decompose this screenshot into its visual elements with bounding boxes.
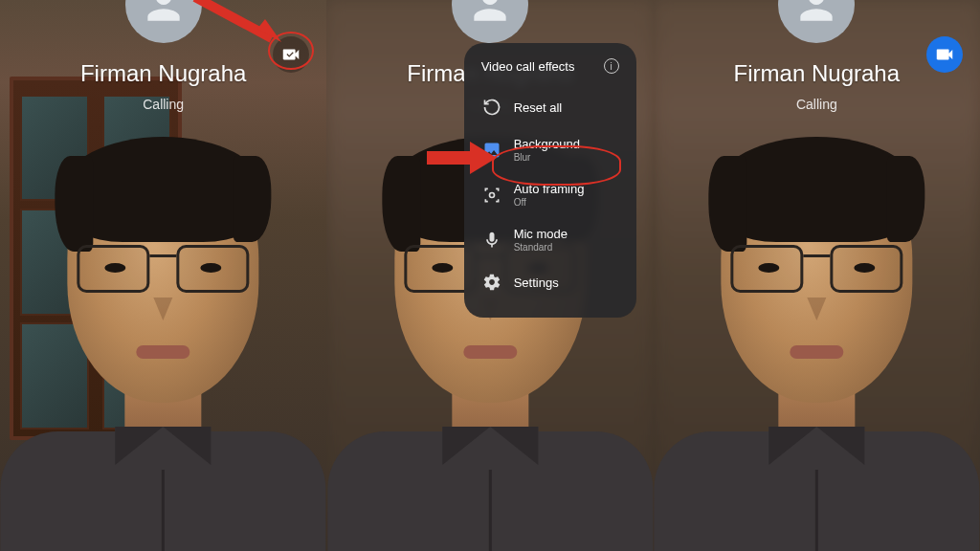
avatar: [125, 0, 202, 43]
video-effects-icon: [934, 44, 955, 65]
mic-icon: [481, 230, 502, 251]
reset-all-button[interactable]: Reset all: [478, 87, 623, 127]
video-effects-icon: [280, 44, 301, 65]
frame-icon: [481, 185, 502, 206]
contact-name: Firman Nugraha: [80, 60, 246, 87]
avatar: [452, 0, 528, 43]
video-effects-menu: Video call effects i Reset all Backgroun…: [464, 43, 636, 318]
info-icon[interactable]: i: [604, 58, 619, 74]
mic-mode-menu-item[interactable]: Mic mode Standard: [478, 217, 623, 262]
settings-menu-item[interactable]: Settings: [478, 262, 623, 302]
video-effects-button[interactable]: [926, 36, 963, 73]
background-menu-item[interactable]: Background Blur: [478, 127, 623, 172]
call-status: Calling: [796, 97, 837, 112]
svg-point-0: [489, 192, 494, 197]
contact-name: Firman Nugraha: [734, 60, 900, 87]
gear-icon: [481, 272, 502, 293]
call-status: Calling: [143, 97, 184, 112]
image-icon: [481, 140, 502, 161]
self-video-preview: [654, 154, 980, 551]
screenshot-panel-3: Firman Nugraha Calling: [654, 0, 980, 551]
menu-title: Video call effects: [481, 59, 575, 74]
screenshot-panel-2: Firman Nugraha Calling Video call effect…: [326, 0, 653, 551]
auto-framing-menu-item[interactable]: Auto framing Off: [478, 172, 623, 217]
avatar: [778, 0, 855, 43]
reset-icon: [481, 97, 502, 118]
screenshot-panel-1: Firman Nugraha Calling: [0, 0, 326, 551]
self-video-preview: [0, 154, 326, 551]
